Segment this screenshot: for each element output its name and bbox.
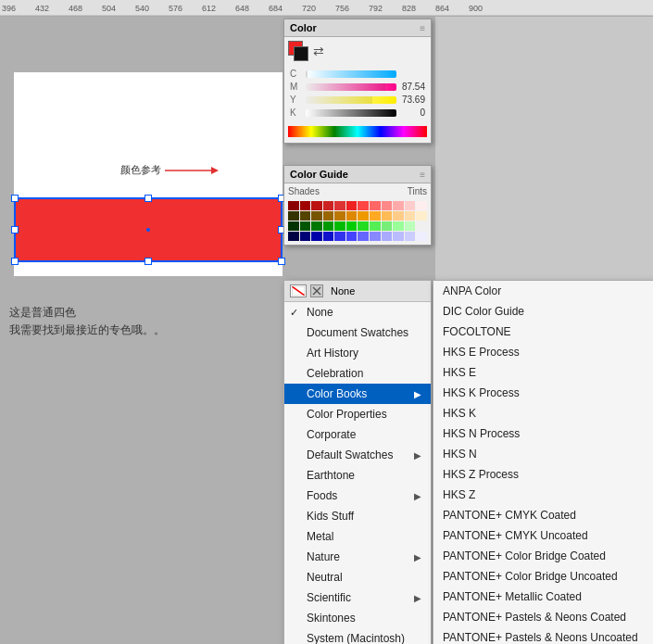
g-r4-12[interactable] [416, 232, 427, 241]
g-r2-7[interactable] [358, 211, 369, 221]
menu-item-kids-stuff[interactable]: Kids Stuff [284, 506, 431, 526]
g-s6[interactable] [346, 201, 358, 210]
menu-item-color-properties[interactable]: Color Properties [284, 404, 431, 424]
g-r2-1[interactable] [288, 211, 299, 221]
color-guide-menu[interactable]: ≡ [420, 170, 425, 180]
submenu-pantone-cb-uncoated[interactable]: PANTONE+ Color Bridge Uncoated [433, 566, 653, 587]
g-s11[interactable] [405, 201, 416, 210]
menu-item-corporate[interactable]: Corporate [284, 424, 431, 445]
g-r3-5[interactable] [334, 221, 345, 231]
color-swatch-fg[interactable] [288, 41, 308, 61]
g-r3-7[interactable] [358, 221, 369, 231]
slider-k-track[interactable] [306, 109, 396, 117]
menu-item-default-swatches[interactable]: Default Swatches ▶ [284, 445, 431, 465]
menu-item-document-swatches[interactable]: Document Swatches [284, 322, 431, 343]
g-r3-10[interactable] [393, 221, 404, 231]
g-s3[interactable] [311, 201, 322, 210]
slider-y-track[interactable] [306, 96, 396, 104]
g-s9[interactable] [382, 201, 393, 210]
submenu-pantone-pastels-coated[interactable]: PANTONE+ Pastels & Neons Coated [433, 607, 653, 627]
g-r2-3[interactable] [311, 211, 322, 221]
handle-bm[interactable] [144, 258, 152, 265]
g-s8[interactable] [370, 201, 381, 210]
g-r4-6[interactable] [346, 232, 358, 241]
swap-arrows[interactable]: ⇄ [313, 44, 324, 58]
g-r2-9[interactable] [382, 211, 393, 221]
handle-tm[interactable] [144, 195, 152, 202]
g-r2-6[interactable] [346, 211, 358, 221]
g-r3-3[interactable] [311, 221, 322, 231]
submenu-anpa[interactable]: ANPA Color [433, 281, 653, 301]
menu-item-nature[interactable]: Nature ▶ [284, 547, 431, 567]
g-s1[interactable] [288, 201, 299, 210]
submenu-hks-e-process[interactable]: HKS E Process [433, 342, 653, 362]
menu-item-skintones[interactable]: Skintones [284, 608, 431, 628]
menu-item-system-mac[interactable]: System (Macintosh) [284, 628, 431, 644]
handle-ml[interactable] [11, 226, 19, 234]
g-r3-1[interactable] [288, 221, 299, 231]
submenu-hks-n[interactable]: HKS N [433, 444, 653, 464]
g-r2-10[interactable] [393, 211, 404, 221]
menu-item-neutral[interactable]: Neutral [284, 567, 431, 587]
submenu-hks-z[interactable]: HKS Z [433, 485, 653, 505]
center-handle[interactable] [146, 228, 150, 232]
slider-c-track[interactable] [306, 70, 396, 78]
menu-item-scientific[interactable]: Scientific ▶ [284, 587, 431, 608]
g-s10[interactable] [393, 201, 404, 210]
submenu-focoltone[interactable]: FOCOLTONE [433, 322, 653, 342]
g-s2[interactable] [300, 201, 311, 210]
menu-item-none[interactable]: None [284, 302, 431, 322]
g-r3-4[interactable] [323, 221, 334, 231]
menu-item-metal[interactable]: Metal [284, 526, 431, 547]
g-r2-12[interactable] [416, 211, 427, 221]
g-r4-5[interactable] [334, 232, 345, 241]
menu-item-celebration[interactable]: Celebration [284, 363, 431, 384]
g-r4-3[interactable] [311, 232, 322, 241]
g-r2-4[interactable] [323, 211, 334, 221]
g-r2-8[interactable] [370, 211, 381, 221]
menu-item-foods[interactable]: Foods ▶ [284, 486, 431, 506]
g-s12[interactable] [416, 201, 427, 210]
g-s4[interactable] [323, 201, 334, 210]
submenu-hks-z-process[interactable]: HKS Z Process [433, 464, 653, 485]
g-r4-9[interactable] [382, 232, 393, 241]
g-r2-5[interactable] [334, 211, 345, 221]
g-r3-8[interactable] [370, 221, 381, 231]
menu-item-color-books[interactable]: Color Books ▶ [284, 384, 431, 404]
g-r2-2[interactable] [300, 211, 311, 221]
submenu-pantone-pastels-uncoated[interactable]: PANTONE+ Pastels & Neons Uncoated [433, 627, 653, 644]
g-r4-10[interactable] [393, 232, 404, 241]
g-r2-11[interactable] [405, 211, 416, 221]
handle-tl[interactable] [11, 195, 19, 202]
g-r4-1[interactable] [288, 232, 299, 241]
red-rectangle[interactable] [14, 197, 283, 262]
submenu-pantone-cmyk-uncoated[interactable]: PANTONE+ CMYK Uncoated [433, 525, 653, 546]
submenu-pantone-cb-coated[interactable]: PANTONE+ Color Bridge Coated [433, 546, 653, 566]
slider-m-track[interactable] [306, 83, 396, 91]
submenu-pantone-metallic[interactable]: PANTONE+ Metallic Coated [433, 587, 653, 607]
submenu-hks-e[interactable]: HKS E [433, 362, 653, 383]
submenu-hks-k-process[interactable]: HKS K Process [433, 383, 653, 403]
handle-bl[interactable] [11, 258, 19, 265]
g-r4-11[interactable] [405, 232, 416, 241]
g-s7[interactable] [358, 201, 369, 210]
submenu-hks-k[interactable]: HKS K [433, 403, 653, 423]
none-close-btn[interactable] [310, 284, 323, 297]
g-r3-9[interactable] [382, 221, 393, 231]
color-panel-close[interactable]: ≡ [420, 23, 425, 33]
g-r3-11[interactable] [405, 221, 416, 231]
submenu-hks-n-process[interactable]: HKS N Process [433, 423, 653, 444]
handle-br[interactable] [278, 258, 285, 265]
submenu-pantone-cmyk-coated[interactable]: PANTONE+ CMYK Coated [433, 505, 653, 525]
g-r3-2[interactable] [300, 221, 311, 231]
g-r3-6[interactable] [346, 221, 358, 231]
menu-item-art-history[interactable]: Art History [284, 343, 431, 363]
g-r4-8[interactable] [370, 232, 381, 241]
submenu-dic[interactable]: DIC Color Guide [433, 301, 653, 322]
g-r4-2[interactable] [300, 232, 311, 241]
g-r4-4[interactable] [323, 232, 334, 241]
g-r3-12[interactable] [416, 221, 427, 231]
g-r4-7[interactable] [358, 232, 369, 241]
color-spectrum[interactable] [288, 126, 427, 137]
menu-item-earthtone[interactable]: Earthtone [284, 465, 431, 486]
